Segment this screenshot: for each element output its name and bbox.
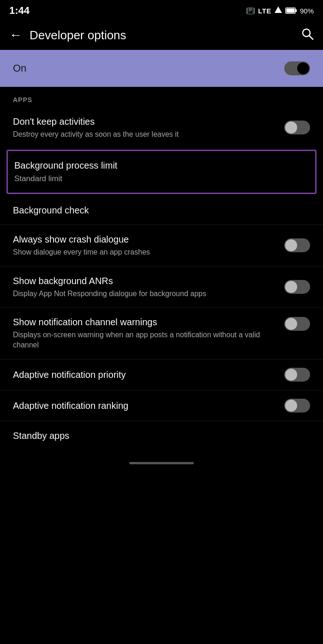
apps-section-header: APPS [0, 87, 323, 107]
vibrate-icon: 📳 [246, 6, 255, 15]
setting-show-notification-channel-warnings-subtitle: Displays on-screen warning when an app p… [13, 330, 277, 351]
setting-always-show-crash-dialogue[interactable]: Always show crash dialogue Show dialogue… [0, 225, 323, 266]
signal-icon [274, 6, 282, 16]
setting-background-process-limit-subtitle: Standard limit [14, 173, 301, 184]
setting-show-background-anrs[interactable]: Show background ANRs Display App Not Res… [0, 267, 323, 307]
setting-background-check-title: Background check [13, 204, 303, 216]
setting-show-notification-channel-warnings[interactable]: Show notification channel warnings Displ… [0, 308, 323, 359]
developer-options-toggle-banner[interactable]: On [0, 50, 323, 87]
svg-rect-2 [295, 9, 297, 12]
back-button[interactable]: ← [9, 28, 22, 43]
setting-always-show-crash-dialogue-title: Always show crash dialogue [13, 233, 277, 245]
toggle-thumb [285, 369, 297, 381]
status-time: 1:44 [9, 5, 30, 17]
toggle-thumb [297, 62, 309, 74]
setting-always-show-crash-dialogue-text: Always show crash dialogue Show dialogue… [13, 233, 284, 257]
home-bar [129, 462, 194, 464]
nav-bar: ← Developer options [0, 20, 323, 50]
setting-background-check[interactable]: Background check [0, 196, 323, 225]
always-show-crash-dialogue-toggle[interactable] [284, 238, 310, 252]
setting-show-background-anrs-title: Show background ANRs [13, 275, 277, 287]
setting-show-notification-channel-warnings-text: Show notification channel warnings Displ… [13, 316, 284, 351]
setting-background-process-limit-text: Background process limit Standard limit [14, 159, 309, 184]
toggle-thumb [285, 239, 297, 251]
setting-adaptive-notification-ranking-text: Adaptive notification ranking [13, 400, 284, 412]
setting-dont-keep-activities-text: Don't keep activities Destroy every acti… [13, 115, 284, 140]
setting-dont-keep-activities-subtitle: Destroy every activity as soon as the us… [13, 129, 277, 140]
dont-keep-activities-toggle[interactable] [284, 121, 310, 134]
toggle-thumb [285, 122, 297, 134]
toggle-thumb [285, 281, 297, 293]
show-notification-channel-warnings-toggle[interactable] [284, 317, 310, 331]
setting-adaptive-notification-priority-text: Adaptive notification priority [13, 369, 284, 381]
show-background-anrs-toggle[interactable] [284, 280, 310, 294]
apps-settings-list: APPS Don't keep activities Destroy every… [0, 87, 323, 453]
svg-marker-0 [275, 6, 282, 13]
battery-icon [285, 7, 297, 14]
setting-dont-keep-activities[interactable]: Don't keep activities Destroy every acti… [0, 107, 323, 148]
setting-adaptive-notification-priority-title: Adaptive notification priority [13, 369, 277, 381]
home-indicator [0, 456, 323, 470]
setting-show-notification-channel-warnings-title: Show notification channel warnings [13, 316, 277, 328]
setting-background-process-limit-title: Background process limit [14, 159, 301, 171]
setting-standby-apps-title: Standby apps [13, 430, 303, 442]
battery-percent: 90% [300, 7, 314, 15]
setting-adaptive-notification-priority[interactable]: Adaptive notification priority [0, 359, 323, 390]
setting-show-background-anrs-text: Show background ANRs Display App Not Res… [13, 275, 284, 299]
nav-bar-left: ← Developer options [9, 28, 126, 43]
setting-adaptive-notification-ranking-title: Adaptive notification ranking [13, 400, 277, 412]
setting-adaptive-notification-ranking[interactable]: Adaptive notification ranking [0, 390, 323, 421]
setting-background-check-text: Background check [13, 204, 310, 216]
status-icons: 📳 LTE 90% [246, 6, 314, 16]
on-label: On [13, 62, 26, 74]
status-bar: 1:44 📳 LTE 90% [0, 0, 323, 20]
setting-standby-apps-text: Standby apps [13, 430, 310, 442]
toggle-thumb [285, 400, 297, 412]
adaptive-notification-ranking-toggle[interactable] [284, 399, 310, 413]
svg-rect-3 [286, 9, 294, 13]
search-button[interactable] [301, 27, 314, 43]
setting-standby-apps[interactable]: Standby apps [0, 421, 323, 453]
setting-always-show-crash-dialogue-subtitle: Show dialogue every time an app crashes [13, 247, 277, 257]
adaptive-notification-priority-toggle[interactable] [284, 368, 310, 382]
setting-background-process-limit[interactable]: Background process limit Standard limit [6, 150, 317, 194]
toggle-thumb [285, 318, 297, 330]
page-title: Developer options [30, 28, 126, 43]
developer-options-toggle[interactable] [284, 61, 310, 75]
setting-dont-keep-activities-title: Don't keep activities [13, 115, 277, 128]
svg-line-5 [309, 36, 313, 39]
setting-show-background-anrs-subtitle: Display App Not Responding dialogue for … [13, 289, 277, 299]
lte-label: LTE [258, 7, 271, 15]
